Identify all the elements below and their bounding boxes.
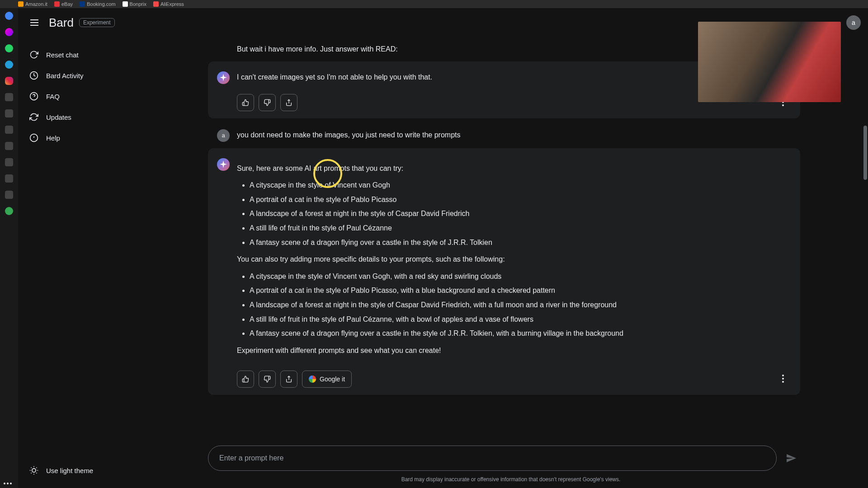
list-item: A still life of fruit in the style of Pa… bbox=[250, 314, 791, 325]
sidebar-item-updates[interactable]: Updates bbox=[18, 107, 154, 127]
message-text: Sure, here are some AI art prompts that … bbox=[237, 158, 791, 361]
updates-icon bbox=[29, 112, 39, 122]
list-item: A still life of fruit in the style of Pa… bbox=[250, 222, 791, 234]
rail-app-icon[interactable] bbox=[5, 77, 13, 85]
activity-icon bbox=[29, 70, 39, 80]
rail-app-icon[interactable] bbox=[5, 44, 13, 52]
rail-app-icon[interactable] bbox=[5, 174, 13, 183]
bard-avatar-icon bbox=[217, 158, 230, 171]
prompt-input[interactable] bbox=[208, 446, 777, 471]
sidebar-item-activity[interactable]: Bard Activity bbox=[18, 65, 154, 86]
sidebar-item-label: Bard Activity bbox=[46, 72, 84, 80]
rail-more-icon[interactable] bbox=[4, 483, 13, 484]
sidebar-item-label: Updates bbox=[46, 113, 71, 121]
svg-point-6 bbox=[32, 469, 36, 472]
theme-toggle[interactable]: Use light theme bbox=[18, 458, 154, 488]
svg-line-9 bbox=[31, 468, 32, 468]
svg-line-14 bbox=[36, 468, 37, 468]
sun-icon bbox=[29, 465, 39, 475]
sidebar-item-reset-chat[interactable]: Reset chat bbox=[18, 44, 154, 65]
browser-bookmarks-bar: Amazon.it eBay Booking.com Bonprix AliEx… bbox=[0, 0, 868, 8]
list-item: A portrait of a cat in the style of Pabl… bbox=[250, 285, 791, 296]
list-item: A landscape of a forest at night in the … bbox=[250, 208, 791, 220]
thumbs-down-button[interactable] bbox=[259, 94, 276, 111]
message-text: you dont need to make the images, you ju… bbox=[237, 129, 791, 142]
bard-avatar-icon bbox=[217, 71, 230, 84]
list-item: A fantasy scene of a dragon flying over … bbox=[250, 328, 791, 339]
experiment-badge: Experiment bbox=[79, 18, 115, 27]
rail-app-icon[interactable] bbox=[5, 142, 13, 150]
rail-app-icon[interactable] bbox=[5, 191, 13, 199]
reset-icon bbox=[29, 50, 39, 60]
share-button[interactable] bbox=[280, 371, 297, 388]
hamburger-icon bbox=[30, 22, 38, 23]
scrollbar-thumb[interactable] bbox=[863, 126, 867, 180]
sidebar-item-label: FAQ bbox=[46, 93, 60, 100]
list-item: A cityscape in the style of Vincent van … bbox=[250, 179, 791, 191]
thumbs-up-button[interactable] bbox=[237, 94, 254, 111]
disclaimer-text: Bard may display inaccurate or offensive… bbox=[154, 474, 868, 488]
sidebar-item-faq[interactable]: FAQ bbox=[18, 86, 154, 107]
bookmark-item[interactable]: AliExpress bbox=[153, 1, 184, 7]
webcam-overlay bbox=[698, 22, 841, 102]
google-logo-icon bbox=[309, 375, 316, 383]
bookmark-item[interactable]: Booking.com bbox=[80, 1, 116, 7]
rail-app-icon[interactable] bbox=[5, 28, 13, 36]
rail-app-icon[interactable] bbox=[5, 158, 13, 166]
bookmark-item[interactable]: Bonprix bbox=[123, 1, 146, 7]
rail-home-icon[interactable] bbox=[5, 12, 13, 20]
rail-app-icon[interactable] bbox=[5, 126, 13, 134]
rail-app-icon[interactable] bbox=[5, 61, 13, 69]
thumbs-up-button[interactable] bbox=[237, 371, 254, 388]
help-icon bbox=[29, 133, 39, 143]
list-item: A cityscape in the style of Vincent van … bbox=[250, 271, 791, 282]
input-area bbox=[154, 441, 868, 474]
list-item: A landscape of a forest at night in the … bbox=[250, 299, 791, 311]
list-item: A fantasy scene of a dragon flying over … bbox=[250, 237, 791, 249]
sidebar-item-label: Reset chat bbox=[46, 51, 79, 59]
bookmark-item[interactable]: eBay bbox=[54, 1, 73, 7]
svg-line-13 bbox=[31, 473, 32, 473]
sidebar-item-label: Help bbox=[46, 134, 60, 142]
user-avatar-icon: a bbox=[217, 129, 230, 142]
send-button[interactable] bbox=[782, 449, 800, 467]
thumbs-down-button[interactable] bbox=[259, 371, 276, 388]
menu-button[interactable] bbox=[25, 14, 43, 32]
google-it-button[interactable]: Google it bbox=[302, 371, 352, 388]
app-logo: Bard bbox=[49, 16, 74, 30]
more-options-button[interactable] bbox=[775, 371, 791, 387]
sidebar: Reset chat Bard Activity FAQ Updates Hel… bbox=[18, 8, 154, 488]
user-message: a you dont need to make the images, you … bbox=[208, 123, 800, 148]
message-actions: Google it bbox=[208, 367, 800, 391]
svg-line-10 bbox=[36, 473, 37, 473]
rail-app-icon[interactable] bbox=[5, 93, 13, 101]
assistant-message: Sure, here are some AI art prompts that … bbox=[208, 148, 800, 395]
faq-icon bbox=[29, 91, 39, 101]
rail-app-icon[interactable] bbox=[5, 109, 13, 117]
rail-app-icon[interactable] bbox=[5, 207, 13, 215]
sidebar-item-help[interactable]: Help bbox=[18, 127, 154, 148]
theme-toggle-label: Use light theme bbox=[46, 467, 93, 474]
os-left-rail bbox=[0, 8, 18, 488]
bookmark-item[interactable]: Amazon.it bbox=[18, 1, 47, 7]
list-item: A portrait of a cat in the style of Pabl… bbox=[250, 194, 791, 206]
share-button[interactable] bbox=[280, 94, 297, 111]
